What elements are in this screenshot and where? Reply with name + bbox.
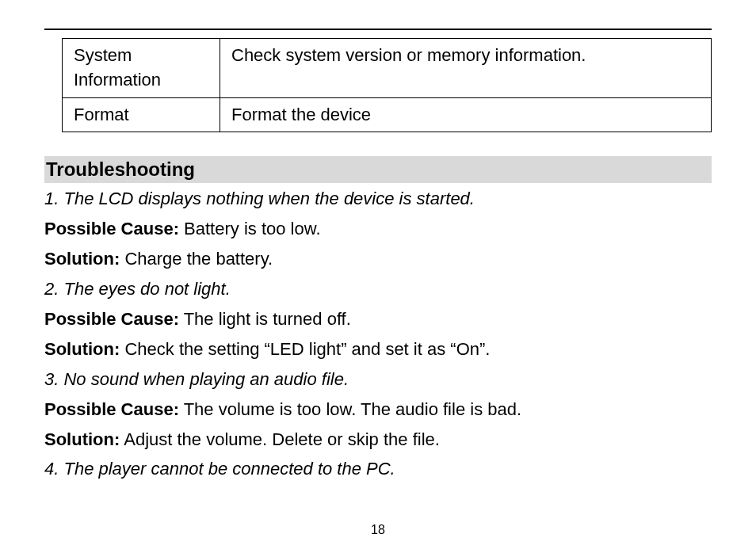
document-page: System Information Check system version … — [0, 0, 756, 553]
problem-text: 4. The player cannot be connected to the… — [44, 456, 712, 482]
possible-cause-text: Battery is too low. — [184, 219, 320, 238]
possible-cause-label: Possible Cause: — [44, 219, 179, 238]
solution-label: Solution: — [44, 429, 120, 449]
table-row: Format Format the device — [63, 97, 712, 132]
possible-cause-label: Possible Cause: — [44, 399, 179, 419]
info-table: System Information Check system version … — [62, 38, 712, 132]
table-cell-label: System Information — [63, 39, 220, 98]
table-cell-desc: Format the device — [220, 97, 712, 132]
solution-line: Solution: Check the setting “LED light” … — [44, 337, 712, 362]
possible-cause-text: The volume is too low. The audio file is… — [184, 399, 521, 419]
solution-text: Charge the battery. — [124, 249, 273, 269]
solution-line: Solution: Charge the battery. — [44, 246, 712, 272]
possible-cause-label: Possible Cause: — [44, 309, 179, 329]
possible-cause-text: The light is turned off. — [184, 309, 351, 329]
possible-cause-line: Possible Cause: Battery is too low. — [44, 216, 712, 242]
section-heading-troubleshooting: Troubleshooting — [44, 156, 712, 183]
horizontal-rule — [44, 29, 712, 30]
table-cell-label: Format — [63, 97, 220, 132]
solution-line: Solution: Adjust the volume. Delete or s… — [44, 427, 712, 452]
problem-text: 1. The LCD displays nothing when the dev… — [44, 186, 712, 212]
table-cell-desc: Check system version or memory informati… — [220, 39, 712, 98]
solution-label: Solution: — [44, 249, 120, 269]
page-number: 18 — [0, 523, 756, 537]
solution-label: Solution: — [44, 339, 120, 359]
possible-cause-line: Possible Cause: The light is turned off. — [44, 307, 712, 332]
solution-text: Check the setting “LED light” and set it… — [124, 339, 490, 359]
problem-text: 2. The eyes do not light. — [44, 276, 712, 302]
solution-text: Adjust the volume. Delete or skip the fi… — [124, 429, 440, 449]
table-row: System Information Check system version … — [63, 39, 712, 98]
troubleshooting-body: 1. The LCD displays nothing when the dev… — [44, 186, 712, 482]
possible-cause-line: Possible Cause: The volume is too low. T… — [44, 397, 712, 422]
problem-text: 3. No sound when playing an audio file. — [44, 367, 712, 392]
